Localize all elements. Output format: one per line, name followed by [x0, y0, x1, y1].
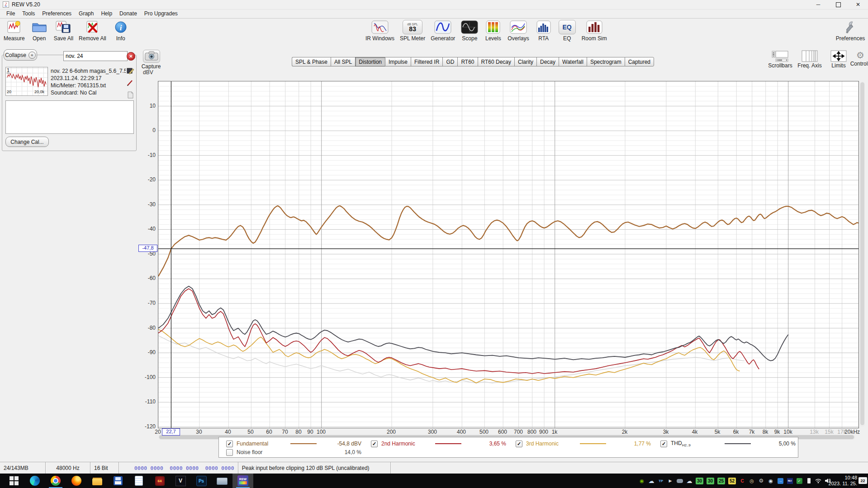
vscroll-thumb[interactable] — [860, 82, 864, 425]
measurement-notes-box[interactable] — [5, 100, 134, 134]
tab-distortion[interactable]: Distortion — [355, 57, 385, 66]
freq-axis-button[interactable]: Freq. Axis — [796, 50, 823, 69]
delete-measurement-button[interactable]: ✕ — [127, 52, 135, 61]
tray-game-controller-icon[interactable] — [677, 477, 683, 484]
tab-clarity[interactable]: Clarity — [514, 57, 536, 66]
tray-tp-link-icon[interactable]: TP — [658, 477, 664, 484]
taskbar-file-explorer-icon[interactable] — [87, 474, 108, 488]
taskbar-remote-desktop-icon[interactable] — [212, 474, 232, 488]
tray-nvidia-icon[interactable]: ◉ — [639, 477, 645, 484]
tray-media-player-icon[interactable]: ▶ — [667, 477, 674, 484]
tab-captured[interactable]: Captured — [625, 57, 654, 66]
tab-rt60[interactable]: RT60 — [457, 57, 477, 66]
y-tick--100: -100 — [134, 374, 156, 380]
menu-tools[interactable]: Tools — [19, 9, 38, 18]
tab-all-spl[interactable]: All SPL — [331, 57, 355, 66]
controls-button[interactable]: ⚙Controls — [847, 50, 868, 67]
status-input-levels: 0000 0000 0000 0000 0000 0000 — [131, 462, 238, 474]
x-tick-20: 20 — [155, 429, 161, 435]
taskbar-rew-icon[interactable]: REW — [232, 474, 253, 488]
tab-impulse[interactable]: Impulse — [385, 57, 411, 66]
close-button[interactable]: ✕ — [848, 0, 868, 9]
save-all-button[interactable]: Save All — [54, 20, 73, 42]
tray-temp-badge-6[interactable]: 30 — [696, 478, 703, 484]
legend-checkbox-noise-floor[interactable] — [226, 449, 233, 456]
generator-button[interactable]: Generator — [431, 20, 455, 42]
scrollbars-button[interactable]: Scrollbars — [767, 50, 794, 69]
legend-checkbox-2nd-harmonic[interactable]: ✓ — [371, 441, 378, 447]
ir-windows-button[interactable]: IR Windows — [365, 20, 394, 42]
taskbar-clock[interactable]: 10:48 2023. 11. 25. — [829, 475, 857, 487]
tray-usb-icon[interactable] — [806, 477, 812, 484]
levels-label: Levels — [485, 35, 501, 42]
tray-cloud-icon[interactable]: ☁ — [686, 477, 693, 484]
tab-decay[interactable]: Decay — [536, 57, 559, 66]
tab-filtered-ir[interactable]: Filtered IR — [411, 57, 442, 66]
legend-checkbox-3rd-harmonic[interactable]: ✓ — [516, 441, 522, 447]
taskbar-start-button[interactable] — [4, 474, 24, 488]
tab-rt60-decay[interactable]: RT60 Decay — [478, 57, 514, 66]
collapse-panel-button[interactable]: Collapse « — [4, 49, 37, 61]
notes-icon[interactable] — [127, 91, 134, 100]
taskbar-firefox-icon[interactable] — [66, 474, 87, 488]
info-button[interactable]: iInfo — [112, 20, 130, 42]
capture-button[interactable] — [143, 50, 160, 63]
x-tick-200: 200 — [387, 429, 396, 435]
y-tick-10: 10 — [134, 103, 156, 109]
tray-settings-gear-icon[interactable]: ⚙ — [758, 477, 764, 484]
y-tick--110: -110 — [134, 398, 156, 405]
tab-spectrogram[interactable]: Spectrogram — [587, 57, 625, 66]
overlays-button[interactable]: Overlays — [508, 20, 529, 42]
legend-item-2nd-harmonic: ✓2nd Harmonic — [371, 440, 415, 447]
taskbar-photoshop-icon[interactable]: Ps — [191, 474, 212, 488]
measurement-title[interactable]: nov. 22 6-6ohm magas_5.6_7.5 — [51, 68, 126, 74]
tray-temp-badge-8[interactable]: 25 — [717, 478, 725, 484]
menu-pro-upgrades[interactable]: Pro Upgrades — [141, 9, 181, 18]
legend-checkbox-thd[interactable]: ✓ — [660, 441, 667, 447]
remove-all-button[interactable]: Remove All — [79, 20, 106, 42]
menu-help[interactable]: Help — [97, 9, 116, 18]
tray-wifi-icon[interactable] — [815, 477, 821, 484]
tab-gd[interactable]: GD — [442, 57, 457, 66]
tray-temp-badge-7[interactable]: 30 — [707, 478, 714, 484]
eq-button[interactable]: EQEQ — [558, 20, 576, 42]
spl-meter-button[interactable]: dB SPL83SPL Meter — [400, 20, 425, 42]
taskbar-voicemeeter-icon[interactable]: V — [170, 474, 191, 488]
tray-nu-audio-icon[interactable]: NU — [787, 477, 793, 484]
rta-button[interactable]: RTA — [535, 20, 553, 42]
tray-temp-badge-9[interactable]: 52 — [728, 478, 736, 484]
notification-center-button[interactable]: 22 — [859, 477, 867, 484]
levels-button[interactable]: Levels — [484, 20, 502, 42]
taskbar-chrome-icon[interactable] — [45, 474, 66, 488]
open-button[interactable]: Open — [30, 20, 48, 42]
change-cal-button[interactable]: Change Cal... — [5, 137, 49, 147]
menu-graph[interactable]: Graph — [75, 9, 97, 18]
x-tick-90: 90 — [307, 429, 313, 435]
tray-onedrive-icon[interactable]: ☁ — [648, 477, 655, 484]
distortion-chart-plot[interactable] — [158, 81, 859, 428]
tray-disc-icon[interactable]: ◎ — [749, 477, 755, 484]
tray-defender-icon[interactable]: ✓ — [796, 477, 802, 484]
room-sim-button[interactable]: Room Sim — [582, 20, 607, 42]
edit-measurement-icon[interactable] — [127, 67, 134, 76]
pencil-icon[interactable] — [127, 79, 134, 88]
scope-button[interactable]: Scope — [460, 20, 479, 42]
taskbar-klite-icon[interactable]: 64 — [149, 474, 170, 488]
tray-steam-icon[interactable]: ◉ — [768, 477, 774, 484]
menu-preferences[interactable]: Preferences — [38, 9, 75, 18]
taskbar-edge-icon[interactable] — [24, 474, 45, 488]
tray-core-temp-icon[interactable]: C — [739, 477, 745, 484]
tab-waterfall[interactable]: Waterfall — [559, 57, 587, 66]
menu-file[interactable]: File — [3, 9, 19, 18]
measurement-name-input[interactable] — [63, 51, 128, 61]
tab-spl-phase[interactable]: SPL & Phase — [292, 57, 331, 66]
preferences-button[interactable]: Preferences — [832, 20, 868, 42]
chart-vertical-scrollbar[interactable] — [860, 81, 865, 427]
measure-button[interactable]: Measure — [4, 20, 25, 42]
taskbar-notepad-icon[interactable] — [128, 474, 149, 488]
menu-donate[interactable]: Donate — [116, 9, 141, 18]
maximize-button[interactable] — [828, 0, 848, 9]
minimize-button[interactable]: ─ — [808, 0, 828, 9]
tray-doc-sync-icon[interactable]: → — [777, 477, 783, 484]
taskbar-save-tool-icon[interactable] — [108, 474, 128, 488]
